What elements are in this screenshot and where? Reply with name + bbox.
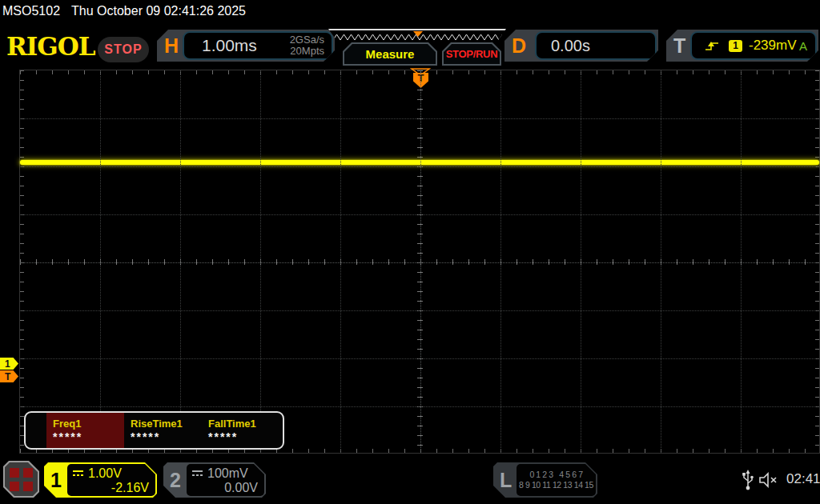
- channel2-number: 2: [170, 469, 181, 492]
- trigger-level-value: -239mV: [749, 38, 797, 54]
- measurement-spacer: [26, 413, 46, 448]
- speaker-muted-icon: [758, 472, 779, 488]
- measure-button[interactable]: Measure: [343, 42, 437, 66]
- channel2-scale: 100mV: [207, 466, 248, 481]
- trigger-source-badge: 1: [729, 40, 742, 52]
- dc-coupling-icon: [72, 470, 84, 478]
- channel1-scale: 1.00V: [88, 466, 122, 481]
- usb-icon: [742, 469, 754, 491]
- overview-position-icon: [413, 31, 423, 37]
- dc-coupling-icon: [191, 470, 203, 478]
- stop-run-button[interactable]: STOP/RUN: [442, 42, 501, 66]
- grid-line: [260, 70, 261, 453]
- datetime-text: Thu October 09 02:41:26 2025: [71, 4, 246, 18]
- channel1-status-block[interactable]: 1 1.00V -2.16V: [44, 462, 157, 498]
- clock-text: 02:41: [786, 471, 820, 487]
- model-name: MSO5102: [2, 4, 60, 18]
- grid-line: [741, 70, 742, 453]
- grid-line: [180, 70, 181, 453]
- rigol-logo: RIGOL: [6, 32, 95, 61]
- grid-line: [581, 70, 581, 453]
- measurement-item-freq1[interactable]: Freq1 *****: [46, 413, 124, 448]
- channel1-number: 1: [50, 469, 62, 492]
- grid-line: [20, 214, 819, 215]
- trigger-mode: A: [799, 39, 807, 53]
- timebase-value: 1.00ms: [202, 36, 257, 55]
- grid-line: [20, 406, 819, 407]
- logic-label: L: [500, 469, 512, 492]
- horizontal-label: H: [164, 34, 179, 58]
- menu-grid-button[interactable]: [3, 461, 39, 498]
- oscilloscope-screen: MSO5102Thu October 09 02:41:26 2025 RIGO…: [0, 0, 820, 504]
- grid-line: [661, 70, 661, 453]
- logic-channel-numbers: 0 1 2 3 4 5 6 7 8 9 10 11 12 13 14 15: [517, 464, 596, 496]
- acquisition-info: 2GSa/s20Mpts: [290, 34, 324, 57]
- trigger-label: T: [673, 34, 685, 58]
- channel1-offset-marker[interactable]: 1: [0, 358, 18, 370]
- grid-line: [20, 310, 819, 311]
- measurement-item-risetime1[interactable]: RiseTime1 *****: [124, 413, 202, 448]
- trigger-level-marker[interactable]: T: [0, 370, 18, 382]
- measurement-item-falltime1[interactable]: FallTime1 *****: [202, 413, 279, 448]
- channel1-offset: -2.16V: [72, 481, 149, 495]
- delay-panel[interactable]: D 0.00s: [504, 30, 658, 62]
- grid-line: [500, 70, 501, 453]
- horizontal-panel[interactable]: H 1.00ms 2GSa/s20Mpts: [157, 30, 335, 62]
- graticule: T: [19, 70, 820, 454]
- measurement-panel: Freq1 ***** RiseTime1 ***** FallTime1 **…: [24, 411, 284, 450]
- delay-label: D: [512, 34, 526, 58]
- trigger-panel[interactable]: T 1 -239mV A: [666, 30, 818, 62]
- channel2-offset: 0.00V: [191, 481, 258, 495]
- grid-line: [20, 262, 819, 263]
- grid-line: [100, 70, 101, 453]
- edge-trigger-icon: [705, 39, 719, 52]
- channel2-status-block[interactable]: 2 100mV 0.00V: [163, 462, 266, 498]
- grid-line: [340, 70, 341, 453]
- grid-line: [20, 358, 819, 359]
- run-state-badge[interactable]: STOP: [98, 37, 149, 62]
- grid-menu-icon: [5, 462, 38, 496]
- logic-channels-block[interactable]: L 0 1 2 3 4 5 6 7 8 9 10 11 12 13 14 15: [493, 462, 597, 498]
- title-bar: MSO5102Thu October 09 02:41:26 2025: [2, 4, 246, 18]
- grid-line: [20, 166, 819, 167]
- channel1-trace: [20, 160, 819, 165]
- grid-line: [420, 70, 421, 453]
- delay-value: 0.00s: [551, 37, 590, 55]
- grid-line: [20, 118, 819, 119]
- waveform-overview-bar[interactable]: [328, 29, 506, 42]
